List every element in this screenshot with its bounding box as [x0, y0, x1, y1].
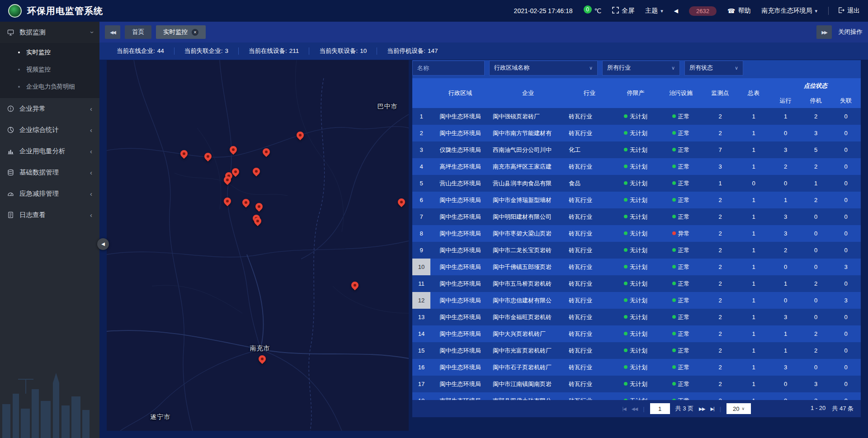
cell-running: 1	[770, 108, 801, 125]
notice-count-badge[interactable]: 2632	[689, 6, 717, 16]
volume-icon[interactable]: ◀	[674, 8, 678, 14]
cell-lost: 0	[831, 325, 861, 342]
last-page-button[interactable]: ▶|	[710, 406, 714, 411]
map-pin-icon[interactable]	[179, 150, 189, 160]
map-pin-icon[interactable]	[262, 148, 271, 158]
row-index: 15	[412, 342, 430, 359]
map-pin-icon[interactable]	[258, 355, 267, 365]
table-row[interactable]: 18 南部生态环境局 南部县双佛土砖有限公 砖瓦行业 无计划 正常 2 1 0	[412, 392, 861, 400]
industry-filter-select[interactable]: 所有行业 ∨	[602, 61, 680, 75]
map-pin-icon[interactable]	[253, 217, 262, 227]
page-size-select[interactable]: 20 ∨	[726, 403, 751, 414]
sidebar-item-base-data[interactable]: 基础数据管理 ‹	[0, 162, 99, 183]
cell-company: 阆中市江南镇阆南页岩	[490, 376, 566, 392]
map-pin-icon[interactable]	[223, 197, 232, 207]
close-tab-icon[interactable]: ×	[192, 29, 198, 36]
cell-meters: 1	[737, 292, 770, 309]
stat-value: 44	[157, 47, 164, 54]
map-pin-icon[interactable]	[397, 198, 406, 208]
table-row[interactable]: 3 仪陇生态环境局 西南油气田分公司川中 化工 无计划 正常 7 1 3 5	[412, 141, 861, 158]
table-row[interactable]: 13 阆中生态环境局 阆中市金福旺页岩机砖 砖瓦行业 无计划 正常 2 1 3	[412, 309, 861, 325]
datetime: 2021-02-25 17:46:18	[514, 7, 573, 14]
map-pin-icon[interactable]	[241, 198, 250, 208]
cell-meters: 1	[737, 359, 770, 376]
map-pin-icon[interactable]	[231, 168, 240, 178]
table-row[interactable]: 12 阆中生态环境局 阆中市忠信建材有限公 砖瓦行业 无计划 正常 2 1 0	[412, 292, 861, 309]
cell-running: 0	[770, 392, 801, 400]
table-row[interactable]: 4 高坪生态环境局 南充市高坪区王家店建 砖瓦行业 无计划 正常 3 1 2	[412, 158, 861, 175]
chevron-down-icon: ∨	[742, 406, 745, 411]
table-row[interactable]: 16 阆中生态环境局 阆中市石子页岩机砖厂 砖瓦行业 无计划 正常 2 1 3	[412, 359, 861, 376]
close-operations-button[interactable]: 关闭操作	[838, 28, 863, 36]
map-pin-icon[interactable]	[223, 176, 232, 186]
help-button[interactable]: ☎ 帮助	[727, 7, 750, 15]
table-row[interactable]: 9 阆中生态环境局 阆中市二龙长宝页岩砖 砖瓦行业 无计划 正常 2 1 2	[412, 242, 861, 259]
logout-button[interactable]: 退出	[828, 7, 860, 15]
collapse-panel-button[interactable]: ◀	[97, 238, 109, 250]
org-dropdown[interactable]: 南充市生态环境局 ▾	[761, 7, 817, 15]
table-row[interactable]: 10 阆中生态环境局 阆中千佛镇五郎垭页岩 砖瓦行业 无计划 正常 2 1 0	[412, 259, 861, 275]
status-filter-select[interactable]: 所有状态 ∨	[684, 61, 743, 75]
pager-divider: |	[720, 405, 721, 412]
map-pin-icon[interactable]	[255, 203, 264, 212]
table-row[interactable]: 2 阆中生态环境局 阆中市南方节能建材有 砖瓦行业 无计划 正常 2 1 0	[412, 125, 861, 141]
chevron-left-icon: ‹	[90, 190, 92, 197]
cell-lost: 0	[831, 208, 861, 225]
cell-points: 2	[703, 325, 737, 342]
cell-limit-status: 无计划	[613, 259, 658, 275]
table-row[interactable]: 11 阆中生态环境局 阆中市五马桥页岩机砖 砖瓦行业 无计划 正常 2 1 1	[412, 275, 861, 292]
theme-dropdown[interactable]: 主题 ▾	[645, 7, 663, 15]
cell-limit-status: 无计划	[613, 309, 658, 325]
map-pin-icon[interactable]	[252, 167, 261, 177]
table-row[interactable]: 6 阆中生态环境局 阆中市金博瑞新型墙材 砖瓦行业 无计划 正常 2 1 1	[412, 192, 861, 208]
sidebar-item-video-monitor[interactable]: 视频监控	[0, 61, 99, 78]
first-page-button[interactable]: |◀	[622, 406, 626, 411]
prev-page-button[interactable]: ◀◀	[632, 406, 637, 411]
cell-stopped: 2	[801, 342, 831, 359]
fullscreen-button[interactable]: 全屏	[612, 7, 634, 15]
tab-realtime-monitor[interactable]: 实时监控 ×	[156, 25, 206, 39]
table-row[interactable]: 8 阆中生态环境局 阆中市枣碧大梁山页岩 砖瓦行业 无计划 异常 2 1 3	[412, 225, 861, 242]
sidebar-item-power-analysis[interactable]: 企业用电量分析 ‹	[0, 141, 99, 162]
table-row[interactable]: 1 阆中生态环境局 阆中强锐页岩砖厂 砖瓦行业 无计划 正常 2 1 1 2	[412, 108, 861, 125]
table-row[interactable]: 17 阆中生态环境局 阆中市江南镇阆南页岩 砖瓦行业 无计划 正常 2 1 0	[412, 376, 861, 392]
sidebar-item-realtime-monitor[interactable]: 实时监控	[0, 44, 99, 61]
cell-points: 7	[703, 141, 737, 158]
cell-region: 阆中生态环境局	[430, 292, 490, 309]
cell-lost: 0	[831, 125, 861, 141]
map-pin-icon[interactable]	[350, 281, 359, 291]
table-row[interactable]: 5 营山生态环境局 营山县润丰肉食品有限 食品 无计划 正常 1 0 0 1	[412, 175, 861, 192]
cell-stopped: 5	[801, 141, 831, 158]
next-page-button[interactable]: ▶▶	[699, 406, 705, 411]
table-row[interactable]: 7 阆中生态环境局 阆中明阳建材有限公司 砖瓦行业 无计划 正常 2 1 3	[412, 208, 861, 225]
map-panel[interactable]: 巴中市 南充市 遂宁市	[107, 60, 409, 431]
cell-region: 阆中生态环境局	[430, 125, 490, 141]
map-pin-icon[interactable]	[229, 146, 238, 155]
cell-stopped: 2	[801, 275, 831, 292]
app-title: 环保用电监管系统	[27, 5, 103, 17]
map-pin-icon[interactable]	[296, 131, 305, 141]
limit-status-dot	[624, 399, 627, 400]
tab-scroll-right-button[interactable]: ▶▶	[816, 25, 832, 39]
monitor-icon	[7, 29, 14, 36]
map-pin-icon[interactable]	[203, 152, 212, 162]
cell-points: 2	[703, 275, 737, 292]
sidebar-item-log-view[interactable]: 日志查看 ‹	[0, 204, 99, 226]
name-filter-input[interactable]	[412, 61, 485, 75]
page-number-input[interactable]	[650, 403, 670, 414]
table-row[interactable]: 14 阆中生态环境局 阆中大兴页岩机砖厂 砖瓦行业 无计划 正常 2 1 1	[412, 325, 861, 342]
tab-scroll-left-button[interactable]: ◀◀	[105, 25, 120, 39]
sidebar-item-enterprise-statistics[interactable]: 企业综合统计 ‹	[0, 119, 99, 141]
cell-limit-status: 无计划	[613, 342, 658, 359]
sidebar-item-data-monitoring[interactable]: 数据监测 ‹	[0, 22, 99, 43]
cell-limit-status: 无计划	[613, 225, 658, 242]
region-filter-select[interactable]: 行政区域名称 ∨	[489, 61, 598, 75]
tab-home[interactable]: 首页	[125, 25, 151, 39]
table-row[interactable]: 15 阆中生态环境局 阆中市光富页岩机砖厂 砖瓦行业 无计划 正常 2 1 1	[412, 342, 861, 359]
cell-facility-status: 正常	[658, 309, 703, 325]
sidebar-item-enterprise-anomaly[interactable]: 企业异常 ‹	[0, 98, 99, 119]
sidebar-item-emergency-reduction[interactable]: 应急减排管理 ‹	[0, 183, 99, 204]
sidebar-item-power-load-detail[interactable]: 企业电力负荷明细	[0, 78, 99, 95]
enterprise-panel: 行政区域名称 ∨ 所有行业 ∨ 所有状态 ∨	[412, 60, 861, 417]
cell-limit-status: 无计划	[613, 325, 658, 342]
